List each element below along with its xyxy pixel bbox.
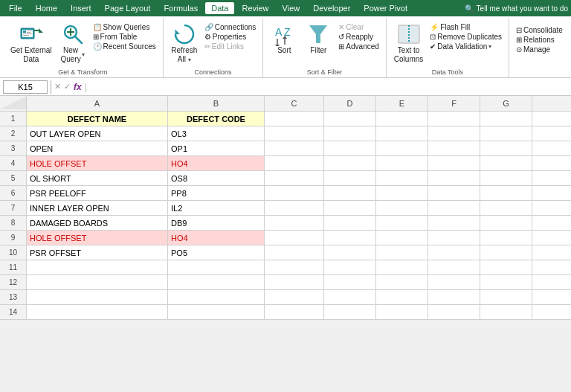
row-number[interactable]: 3 (0, 141, 27, 155)
menu-developer[interactable]: Developer (307, 2, 356, 14)
cell-a6[interactable]: PSR PEELOFF (27, 186, 168, 200)
cell-f5[interactable] (428, 171, 480, 185)
col-header-f[interactable]: F (428, 96, 480, 111)
menu-review[interactable]: Review (236, 2, 274, 14)
cell-g11[interactable] (480, 260, 532, 274)
menu-power-pivot[interactable]: Power Pivot (358, 2, 413, 14)
cell-f4[interactable] (428, 156, 480, 170)
col-header-a[interactable]: A (27, 96, 168, 111)
menu-page-layout[interactable]: Page Layout (99, 2, 157, 14)
cell-b2[interactable]: OL3 (168, 126, 265, 141)
row-number[interactable]: 7 (0, 201, 27, 215)
row-number[interactable]: 2 (0, 126, 27, 141)
cell-e2[interactable] (376, 126, 428, 141)
cell-f12[interactable] (428, 275, 480, 289)
col-header-d[interactable]: D (324, 96, 376, 111)
cell-e12[interactable] (376, 275, 428, 289)
row-number[interactable]: 1 (0, 112, 27, 126)
cell-e7[interactable] (376, 201, 428, 215)
from-table-button[interactable]: ⊞ From Table (91, 32, 158, 42)
cell-e4[interactable] (376, 156, 428, 170)
cell-g2[interactable] (480, 126, 532, 141)
cell-b9[interactable]: HO4 (168, 231, 265, 245)
cell-d1[interactable] (324, 112, 376, 126)
cell-f8[interactable] (428, 216, 480, 230)
cell-g4[interactable] (480, 156, 532, 170)
clear-button[interactable]: ✕ Clear (336, 22, 381, 32)
row-number[interactable]: 8 (0, 216, 27, 230)
menu-formulas[interactable]: Formulas (158, 2, 204, 14)
cell-a4[interactable]: HOLE OFFSET (27, 156, 168, 170)
cell-f1[interactable] (428, 112, 480, 126)
relations-button[interactable]: ⊞ Relations (514, 35, 565, 45)
cell-g8[interactable] (480, 216, 532, 230)
cell-b11[interactable] (168, 260, 265, 274)
cell-e9[interactable] (376, 231, 428, 245)
cell-a11[interactable] (27, 260, 168, 274)
cell-f14[interactable] (428, 305, 480, 319)
col-header-g[interactable]: G (480, 96, 532, 111)
col-header-c[interactable]: C (265, 96, 324, 111)
cell-c14[interactable] (265, 305, 324, 319)
row-number[interactable]: 5 (0, 171, 27, 185)
cell-g5[interactable] (480, 171, 532, 185)
get-external-data-button[interactable]: Get ExternalData (7, 21, 55, 65)
cell-e13[interactable] (376, 290, 428, 304)
cell-e10[interactable] (376, 245, 428, 260)
cell-a8[interactable]: DAMAGED BOARDS (27, 216, 168, 230)
cell-f7[interactable] (428, 201, 480, 215)
cell-e3[interactable] (376, 141, 428, 155)
cell-f9[interactable] (428, 231, 480, 245)
filter-button[interactable]: Filter (302, 21, 335, 57)
cell-g10[interactable] (480, 245, 532, 260)
cell-c8[interactable] (265, 216, 324, 230)
cell-e6[interactable] (376, 186, 428, 200)
reapply-button[interactable]: ↺ Reapply (336, 32, 381, 42)
cell-b13[interactable] (168, 290, 265, 304)
cell-c10[interactable] (265, 245, 324, 260)
cell-c1[interactable] (265, 112, 324, 126)
manage-button[interactable]: ⊙ Manage (514, 45, 565, 54)
cell-d7[interactable] (324, 201, 376, 215)
cell-b8[interactable]: DB9 (168, 216, 265, 230)
cell-c13[interactable] (265, 290, 324, 304)
properties-button[interactable]: ⚙ Properties (202, 32, 259, 42)
cell-c3[interactable] (265, 141, 324, 155)
connections-button[interactable]: 🔗 Connections (202, 22, 259, 32)
text-to-columns-button[interactable]: Text toColumns (391, 21, 426, 65)
cell-a2[interactable]: OUT LAYER OPEN (27, 126, 168, 141)
refresh-all-button[interactable]: RefreshAll ▾ (168, 21, 201, 65)
cell-f6[interactable] (428, 186, 480, 200)
cell-a3[interactable]: OPEN (27, 141, 168, 155)
cell-b3[interactable]: OP1 (168, 141, 265, 155)
sort-button[interactable]: A Z Sort (268, 21, 300, 57)
cell-f11[interactable] (428, 260, 480, 274)
cell-a12[interactable] (27, 275, 168, 289)
consolidate-button[interactable]: ⊟ Consolidate (514, 25, 565, 35)
cell-b7[interactable]: IL2 (168, 201, 265, 215)
cell-c2[interactable] (265, 126, 324, 141)
cell-c5[interactable] (265, 171, 324, 185)
cell-e11[interactable] (376, 260, 428, 274)
cell-f10[interactable] (428, 245, 480, 260)
col-header-e[interactable]: E (376, 96, 428, 111)
recent-sources-button[interactable]: 🕐 Recent Sources (91, 42, 158, 51)
confirm-formula-icon[interactable]: ✓ (64, 82, 71, 91)
row-number[interactable]: 11 (0, 260, 27, 274)
edit-links-button[interactable]: ✏ Edit Links (202, 42, 259, 51)
cell-f2[interactable] (428, 126, 480, 141)
cancel-formula-icon[interactable]: ✕ (54, 82, 61, 91)
cell-b4[interactable]: HO4 (168, 156, 265, 170)
cell-a1[interactable]: DEFECT NAME (27, 112, 168, 126)
row-number[interactable]: 10 (0, 245, 27, 260)
cell-a5[interactable]: OL SHORT (27, 171, 168, 185)
row-number[interactable]: 12 (0, 275, 27, 289)
cell-b10[interactable]: PO5 (168, 245, 265, 260)
cell-b6[interactable]: PP8 (168, 186, 265, 200)
cell-d11[interactable] (324, 260, 376, 274)
cell-g9[interactable] (480, 231, 532, 245)
cell-d8[interactable] (324, 216, 376, 230)
menu-view[interactable]: View (277, 2, 306, 14)
row-number[interactable]: 4 (0, 156, 27, 170)
cell-g14[interactable] (480, 305, 532, 319)
